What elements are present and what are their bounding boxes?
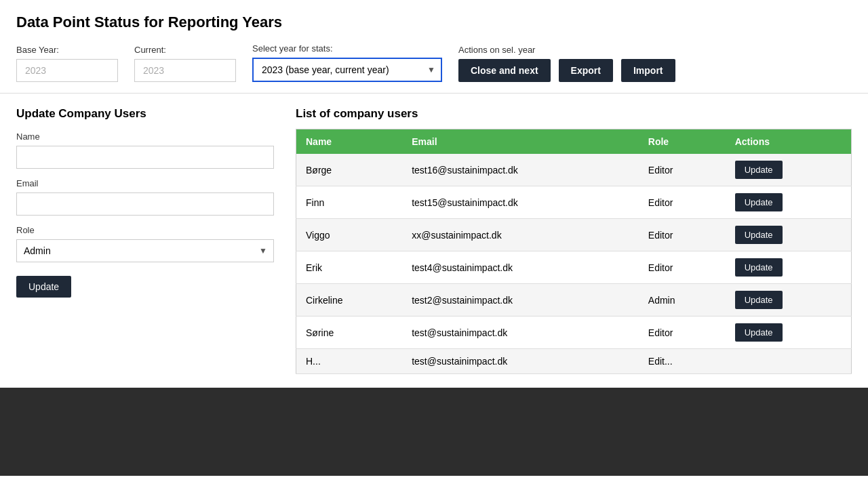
email-form-group: Email [16,178,274,216]
close-and-next-button[interactable]: Close and next [458,59,551,82]
cell-action: Update [726,154,852,186]
user-table: Name Email Role Actions Børgetest16@sust… [296,129,852,374]
table-header: Name Email Role Actions [296,129,852,155]
name-input[interactable] [16,146,274,169]
cell-role: Editor [639,251,726,284]
left-panel-title: Update Company Users [16,107,274,121]
col-name: Name [296,129,403,155]
export-button[interactable]: Export [559,59,613,82]
select-year-label: Select year for stats: [252,43,442,54]
right-panel-title: List of company users [296,107,852,121]
cell-role: Editor [639,186,726,219]
cell-role: Edit... [639,349,726,374]
email-label: Email [16,178,274,188]
cell-role: Editor [639,154,726,186]
col-actions: Actions [726,129,852,155]
cell-email: test16@sustainimpact.dk [402,154,639,186]
cell-name: Viggo [296,219,403,251]
page-title: Data Point Status for Reporting Years [16,14,852,31]
cell-role: Editor [639,219,726,251]
cell-role: Editor [639,317,726,349]
update-row-button[interactable]: Update [735,193,783,211]
cell-name: Børge [296,154,403,186]
current-year-input[interactable] [134,59,236,82]
table-row: Finntest15@sustainimpact.dkEditorUpdate [296,186,852,219]
email-input[interactable] [16,192,274,216]
table-row: Viggoxx@sustainimpact.dkEditorUpdate [296,219,852,251]
cell-name: H... [296,349,403,374]
cell-email: test@sustainimpact.dk [402,317,639,349]
controls-row: Base Year: Current: Select year for stat… [16,43,852,82]
col-role: Role [639,129,726,155]
select-year-group: Select year for stats: 2023 (base year, … [252,43,442,82]
cell-role: Admin [639,284,726,317]
table-row: Sørinetest@sustainimpact.dkEditorUpdate [296,317,852,349]
role-label: Role [16,225,274,235]
cell-email: test4@sustainimpact.dk [402,251,639,284]
cell-action [726,349,852,374]
table-row: Eriktest4@sustainimpact.dkEditorUpdate [296,251,852,284]
right-panel: List of company users Name Email Role Ac… [296,107,852,374]
col-email: Email [402,129,639,155]
cell-action: Update [726,219,852,251]
select-year-wrapper: 2023 (base year, current year) 2022 2021 [252,58,442,82]
name-label: Name [16,131,274,142]
cell-action: Update [726,317,852,349]
current-year-group: Current: [134,45,236,82]
cell-name: Cirkeline [296,284,403,317]
role-dropdown[interactable]: Admin Editor Viewer [16,239,274,262]
update-user-button[interactable]: Update [16,276,71,298]
base-year-group: Base Year: [16,45,118,82]
main-content: Update Company Users Name Email Role Adm… [0,94,868,388]
cell-action: Update [726,251,852,284]
select-year-dropdown[interactable]: 2023 (base year, current year) 2022 2021 [252,58,442,82]
table-row: Cirkelinetest2@sustainimpact.dkAdminUpda… [296,284,852,317]
update-row-button[interactable]: Update [735,226,783,244]
table-body: Børgetest16@sustainimpact.dkEditorUpdate… [296,154,852,374]
update-row-button[interactable]: Update [735,258,783,277]
cell-email: xx@sustainimpact.dk [402,219,639,251]
current-label: Current: [134,45,236,55]
left-panel: Update Company Users Name Email Role Adm… [16,107,274,374]
actions-buttons: Close and next Export Import [458,59,675,82]
cell-name: Erik [296,251,403,284]
role-form-group: Role Admin Editor Viewer [16,225,274,262]
cell-action: Update [726,186,852,219]
name-form-group: Name [16,131,274,169]
cell-email: test2@sustainimpact.dk [402,284,639,317]
cell-email: test15@sustainimpact.dk [402,186,639,219]
cell-action: Update [726,284,852,317]
top-section: Data Point Status for Reporting Years Ba… [0,0,868,93]
update-row-button[interactable]: Update [735,161,783,179]
update-row-button[interactable]: Update [735,323,783,342]
update-row-button[interactable]: Update [735,291,783,309]
table-header-row: Name Email Role Actions [296,129,852,155]
table-row: Børgetest16@sustainimpact.dkEditorUpdate [296,154,852,186]
actions-group: Actions on sel. year Close and next Expo… [458,45,675,82]
cell-name: Finn [296,186,403,219]
table-row: H...test@sustainimpact.dkEdit... [296,349,852,374]
role-select-wrapper: Admin Editor Viewer [16,239,274,262]
base-year-label: Base Year: [16,45,118,55]
bottom-bar [0,388,868,476]
cell-name: Sørine [296,317,403,349]
import-button[interactable]: Import [621,59,675,82]
cell-email: test@sustainimpact.dk [402,349,639,374]
base-year-input[interactable] [16,59,118,82]
actions-label: Actions on sel. year [458,45,675,55]
